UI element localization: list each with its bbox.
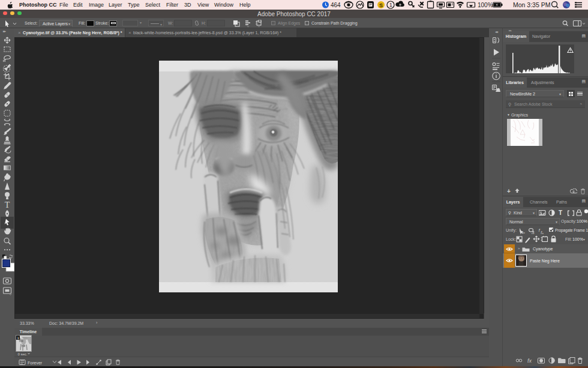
svg-text:100%: 100% [478,2,493,8]
svg-text:co: co [522,231,525,234]
svg-text:T: T [559,210,562,216]
svg-text:co: co [541,232,544,235]
svg-text:Mon 3:35 PM: Mon 3:35 PM [513,1,550,8]
svg-text:co: co [532,232,535,235]
svg-text:464: 464 [331,2,341,8]
svg-text:fx: fx [527,358,532,364]
svg-text:T: T [5,201,10,210]
svg-text:1: 1 [389,2,392,8]
svg-text:f: f [539,228,541,232]
svg-text:Forever: Forever [28,360,43,364]
svg-text:S: S [379,2,383,8]
